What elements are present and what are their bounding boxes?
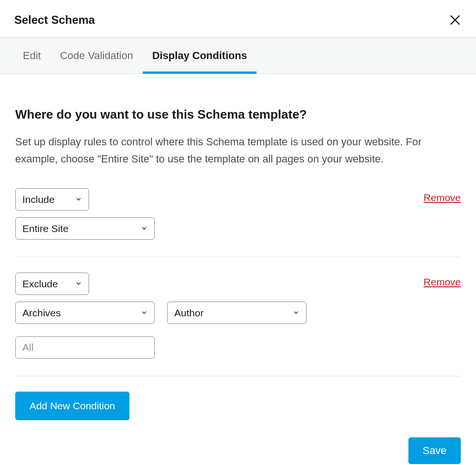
- condition-block: Include Entire Site Remove: [15, 188, 461, 257]
- save-button[interactable]: Save: [408, 437, 461, 464]
- condition-subtype-select[interactable]: Author: [167, 302, 307, 324]
- condition-block: Exclude Archives Author: [15, 273, 461, 376]
- condition-value-input[interactable]: [15, 336, 155, 359]
- remove-condition-link[interactable]: Remove: [424, 192, 461, 203]
- add-condition-button[interactable]: Add New Condition: [15, 392, 129, 420]
- tab-edit[interactable]: Edit: [14, 38, 50, 73]
- section-heading: Where do you want to use this Schema tem…: [15, 107, 461, 122]
- condition-scope-select[interactable]: Entire Site: [15, 217, 155, 240]
- tabs-bar: Edit Code Validation Display Conditions: [0, 37, 476, 74]
- section-description: Set up display rules to control where th…: [15, 133, 461, 168]
- modal-title: Select Schema: [14, 13, 95, 27]
- remove-condition-link[interactable]: Remove: [424, 276, 461, 288]
- condition-scope-select[interactable]: Archives: [15, 302, 155, 324]
- tab-display-conditions[interactable]: Display Conditions: [143, 38, 257, 73]
- tab-code-validation[interactable]: Code Validation: [50, 38, 143, 73]
- content-area: Where do you want to use this Schema tem…: [0, 74, 476, 465]
- condition-type-select[interactable]: Exclude: [15, 273, 89, 295]
- condition-type-select[interactable]: Include: [15, 188, 89, 211]
- close-icon[interactable]: [448, 13, 462, 27]
- modal-header: Select Schema: [0, 0, 476, 37]
